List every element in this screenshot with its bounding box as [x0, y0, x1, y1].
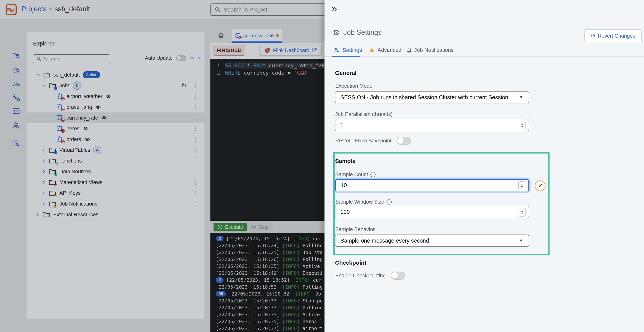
sample-window-size-value[interactable]: [340, 209, 494, 215]
kebab-menu-icon[interactable]: ⋮: [193, 115, 199, 121]
chevron-right-icon[interactable]: [42, 191, 47, 195]
chevron-right-icon[interactable]: [42, 180, 47, 184]
log-line: 2[22/05/2023, 15:16:24] [INFO] cur: [216, 235, 342, 242]
chevron-down-icon[interactable]: [42, 84, 47, 87]
breadcrumb-current-project: ssb_default: [54, 5, 90, 13]
edit-pencil-button[interactable]: [535, 180, 546, 191]
chevron-down-icon: ▼: [519, 238, 523, 243]
breadcrumb-projects-link[interactable]: Projects: [22, 5, 46, 13]
job-icon: [56, 93, 64, 100]
rail-item-user-management[interactable]: [9, 78, 23, 90]
count-badge: 4: [93, 146, 102, 154]
kebab-menu-icon[interactable]: ⋮: [193, 126, 199, 131]
tree-item-label: brave_jang: [66, 104, 92, 110]
job-parallelism-input[interactable]: ▲▼: [335, 119, 529, 131]
tree-item-jobs[interactable]: Jobs5↻⋮: [26, 80, 204, 91]
kebab-menu-icon[interactable]: ⋮: [193, 179, 199, 185]
tree-item-brave-jang[interactable]: brave_jang⋮: [26, 102, 204, 112]
rail-item-job-flow[interactable]: [9, 92, 23, 103]
rail-item-monitoring-charts[interactable]: [9, 138, 23, 149]
execution-mode-select[interactable]: SESSION - Job runs in shared Session Clu…: [335, 91, 529, 103]
chevron-right-icon[interactable]: [42, 159, 47, 163]
execute-button[interactable]: Execute: [214, 223, 247, 231]
project-explorer-icon: [12, 52, 20, 59]
enable-checkpointing-toggle[interactable]: [391, 272, 405, 280]
kebab-menu-icon[interactable]: ⋮: [193, 201, 199, 207]
kebab-menu-icon[interactable]: ⋮: [193, 104, 199, 110]
ssb-logo-icon[interactable]: [6, 4, 17, 16]
tree-item-currency-rate[interactable]: currency_rate⋮: [26, 112, 204, 123]
tree-item-materialized-views[interactable]: Materialized Views⋮: [26, 177, 204, 188]
tree-item-heros[interactable]: heros⋮: [26, 123, 204, 134]
code-line-2[interactable]: 2WHERE currency_code = 'CAD': [210, 69, 342, 76]
log-line: [22/05/2023, 15:20:35] [INFO] Active: [216, 311, 342, 318]
tree-item-virtual-tables[interactable]: Virtual Tables4⋮: [26, 145, 204, 155]
rail-item-data-cloud[interactable]: [9, 119, 23, 130]
number-stepper-icon[interactable]: ▲▼: [518, 208, 526, 217]
collapse-drawer-icon[interactable]: »: [332, 3, 337, 13]
restore-savepoint-row: Restore From Savepoint: [335, 137, 411, 145]
sql-code-editor[interactable]: 1SELECT * FROM currency_rates_fak2WHERE …: [210, 59, 342, 221]
job-settings-tab-advanced[interactable]: Advanced: [369, 47, 402, 53]
rail-item-history[interactable]: [9, 65, 23, 76]
tab-home[interactable]: [210, 29, 232, 42]
kebab-menu-icon[interactable]: ⋮: [193, 147, 199, 153]
eye-icon[interactable]: [84, 137, 90, 141]
sample-count-label: Sample Count i: [335, 172, 376, 178]
job-settings-tab-settings[interactable]: Settings: [334, 47, 362, 53]
sample-behavior-label: Sample Behavior: [335, 226, 375, 232]
chevron-right-icon[interactable]: [42, 148, 47, 152]
kebab-menu-icon[interactable]: ⋮: [193, 136, 199, 142]
job-settings-title: Job Settings: [344, 28, 382, 36]
tree-item-airport-weather[interactable]: airport_weather⋮: [26, 91, 204, 102]
chevron-right-icon[interactable]: [42, 170, 47, 173]
revert-changes-button[interactable]: ↺ Revert Changes: [584, 29, 642, 42]
log-line: [22/05/2023, 15:16:24] [INFO] Polling: [216, 242, 342, 249]
tree-item-label: Virtual Tables: [59, 147, 90, 153]
tree-item-label: currency_rate: [66, 115, 98, 121]
eye-icon[interactable]: [101, 116, 107, 120]
job-parallelism-value[interactable]: [340, 122, 494, 128]
flink-dashboard-button[interactable]: Flink Dashboard: [259, 45, 322, 56]
chevron-right-icon[interactable]: [36, 213, 40, 217]
tree-item-functions[interactable]: f()Functions⋮: [26, 155, 204, 166]
kebab-menu-icon[interactable]: ⋮: [193, 190, 199, 196]
logs-output[interactable]: 2[22/05/2023, 15:16:24] [INFO] cur[22/05…: [210, 233, 342, 332]
eye-icon[interactable]: [82, 127, 88, 130]
chevron-down-icon[interactable]: [36, 73, 40, 76]
sample-window-size-input[interactable]: ▲▼: [335, 206, 529, 218]
refresh-icon[interactable]: ↻: [181, 82, 186, 89]
stop-button[interactable]: Stop: [247, 223, 273, 231]
job-settings-tab-job-notifications[interactable]: Job Notifications: [407, 47, 454, 53]
home-icon: [218, 32, 224, 38]
rail-item-project-explorer[interactable]: [9, 50, 23, 61]
kebab-menu-icon[interactable]: ⋮: [193, 93, 199, 99]
sample-behavior-select[interactable]: Sample one message every second ▼: [335, 235, 529, 247]
editor-tab-bar: currency_rate: [210, 29, 342, 43]
kebab-menu-icon[interactable]: ⋮: [193, 83, 199, 88]
eye-icon[interactable]: [106, 94, 111, 98]
explorer-tree: ssb_defaultActiveJobs5↻⋮airport_weather⋮…: [26, 32, 204, 319]
sample-count-input[interactable]: ▲▼: [335, 179, 529, 191]
log-line: [22/05/2023, 15:20:35] [INFO] heros l: [216, 318, 342, 325]
kebab-menu-icon[interactable]: ⋮: [193, 158, 199, 164]
tree-item-job-notifications[interactable]: Job Notifications⋮: [26, 198, 204, 209]
info-icon[interactable]: i: [370, 172, 376, 177]
breadcrumb: Projects / ssb_default: [22, 5, 90, 13]
eye-icon[interactable]: [95, 105, 101, 109]
restore-savepoint-toggle[interactable]: [396, 137, 411, 145]
tree-item-orders[interactable]: orders⋮: [26, 134, 204, 145]
info-icon[interactable]: i: [386, 199, 392, 205]
rail-item-console-cards[interactable]: [9, 105, 23, 117]
tree-item-external-resources[interactable]: External Resources: [26, 209, 204, 220]
code-line-1[interactable]: 1SELECT * FROM currency_rates_fak: [210, 62, 342, 69]
tree-item-ssb-default[interactable]: ssb_defaultActive: [26, 69, 204, 80]
tree-item-data-sources[interactable]: Data Sources: [26, 166, 204, 177]
sample-count-value[interactable]: [340, 182, 494, 188]
chevron-right-icon[interactable]: [42, 202, 47, 206]
number-stepper-icon[interactable]: ▲▼: [518, 181, 525, 190]
tree-item-label: Data Sources: [59, 169, 91, 175]
tree-item-api-keys[interactable]: API Keys⋮: [26, 188, 204, 198]
number-stepper-icon[interactable]: ▲▼: [518, 121, 526, 130]
tab-currency-rate[interactable]: currency_rate: [232, 29, 282, 42]
